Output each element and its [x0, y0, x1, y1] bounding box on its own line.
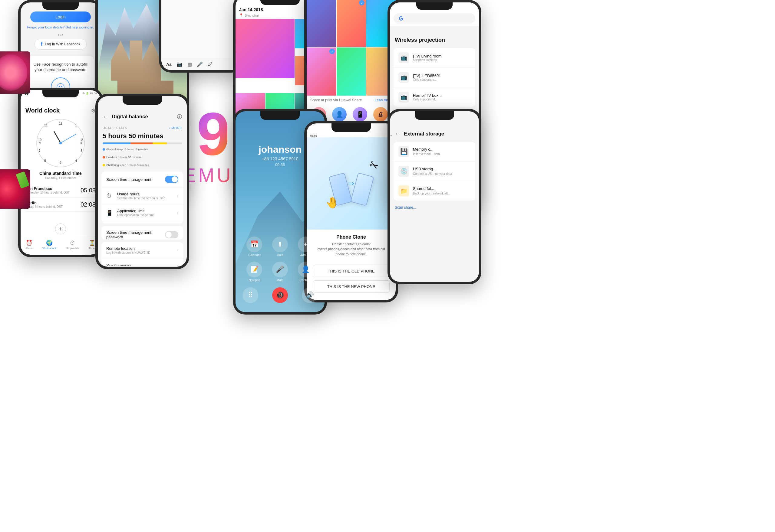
- screen-pinning-row[interactable]: Screen pinning ›: [101, 259, 183, 266]
- nav-world-clock[interactable]: 🌍 World clock: [42, 240, 56, 250]
- city-time-berlin: 02:08: [80, 201, 96, 208]
- camera-icon[interactable]: 📷: [176, 61, 182, 67]
- share-avatar-4: 🖨: [373, 107, 388, 122]
- scan-share-link[interactable]: Scan share...: [390, 202, 479, 213]
- memory-card-item[interactable]: 💾 Memory c... Insert a mem... data: [394, 142, 475, 162]
- share-grid-item[interactable]: [307, 0, 336, 47]
- usb-storage-content: USB storag... Connect a US... up your da…: [413, 167, 470, 176]
- add-city-button[interactable]: +: [55, 224, 66, 234]
- usage-legend: Glory of Kings 3 hours 15 minutes Headli…: [98, 147, 187, 170]
- notepad-icon: 📝: [247, 262, 262, 277]
- nav-alarm[interactable]: ⏰ Alarm: [25, 240, 33, 250]
- grid-icon[interactable]: ▦: [187, 61, 192, 67]
- share-avatar-3: 📱: [353, 107, 367, 122]
- usage-seg-headline: [130, 142, 152, 144]
- nav-stopwatch[interactable]: ⏱ Stopwatch: [66, 240, 79, 250]
- nav-timer[interactable]: ⏳ Timer: [89, 240, 96, 250]
- screen-time-content: Screen time management: [106, 177, 161, 182]
- wireless-device-1[interactable]: 📺 [TV] Living room Supports Desktop: [394, 48, 475, 68]
- add-call-icon: +: [298, 237, 314, 252]
- calendar-button[interactable]: 📅 Calendar: [247, 237, 262, 257]
- clone-illustration: ✂ 🤚 ⇒: [307, 137, 396, 230]
- info-icon[interactable]: ⓘ: [177, 114, 182, 120]
- editor-bottom-bar: Aa 📷 ▦ 🎤 🖊: [161, 58, 241, 70]
- share-header-row: Share or print via Huawei Share Lean mor…: [307, 96, 396, 105]
- timer-icon: ⏳: [89, 240, 95, 246]
- shared-folder-content: Shared fol... Back up you... network att…: [413, 186, 470, 196]
- illustration-container: ✂ 🤚 ⇒: [321, 156, 381, 211]
- phone-digital-balance: ← Digital balance ⓘ Usage stats More › 5…: [95, 94, 189, 269]
- location-pin-icon: 📍: [239, 13, 244, 17]
- storage-title: External storage: [404, 131, 444, 137]
- emui-text: EMUI: [183, 164, 241, 187]
- bedtime-row[interactable]: 🌙 Bedtime During sleep time,the screen t…: [101, 221, 183, 224]
- keypad-button[interactable]: ⠿: [243, 287, 258, 303]
- end-call-icon: 📵: [272, 287, 288, 303]
- svg-point-0: [59, 86, 60, 87]
- city-info-sf: San Francisco Yesterday, 15 hours behind…: [25, 186, 70, 194]
- usb-storage-item[interactable]: 💿 USB storag... Connect a US... up your …: [394, 162, 475, 181]
- scissors-illustration: ✂: [367, 158, 381, 173]
- more-arrow: ›: [169, 126, 170, 130]
- hold-button[interactable]: ⏸ Hold: [272, 237, 288, 257]
- speaker-button[interactable]: 🔊: [302, 287, 318, 303]
- login-button[interactable]: Login: [30, 11, 91, 22]
- usage-hours-row[interactable]: ⏱ Usage hours Set the total time the scr…: [101, 188, 183, 204]
- back-button[interactable]: ←: [103, 114, 108, 120]
- share-grid-item-checked[interactable]: [307, 47, 336, 96]
- editor-canvas: [161, 0, 241, 58]
- phone-text-editor: ✏️ ◇ ↩ ↪ ✕ Aa 📷 ▦ 🎤 🖊: [159, 0, 244, 73]
- device-3-content: Hornor TV box... Only supports M...: [413, 93, 470, 101]
- settings-title: Digital balance: [112, 114, 173, 120]
- usage-stats-label: Usage stats More ›: [98, 124, 187, 131]
- usage-seg-chattering: [152, 142, 167, 144]
- storage-items-card: 💾 Memory c... Insert a mem... data 💿 USB…: [394, 142, 475, 201]
- share-gallery-grid: [307, 0, 396, 96]
- usage-hours-icon: ⏱: [106, 193, 113, 199]
- font-size-icon[interactable]: Aa: [166, 62, 172, 67]
- wireless-device-2[interactable]: 📺 [TV]_LED85691 Only supports p...: [394, 68, 475, 87]
- mute-button[interactable]: 🎤 Mute: [272, 262, 288, 282]
- legend-chattering: Chattering video 1 hours 5 minutes: [103, 164, 149, 167]
- battery-icon: ⋯: [389, 134, 392, 137]
- hold-icon: ⏸: [272, 237, 288, 252]
- contacts-button[interactable]: 👤 Contacts: [298, 262, 314, 282]
- app-limit-row[interactable]: 📱 Application limit Limit application us…: [101, 204, 183, 221]
- more-link[interactable]: More: [171, 126, 182, 130]
- facebook-icon: f: [41, 41, 42, 47]
- tv-icon-1: 📺: [398, 52, 409, 63]
- add-call-button[interactable]: + Add call: [298, 237, 314, 257]
- clock-time: 08:08: [90, 92, 97, 95]
- settings-icon[interactable]: ⚙: [91, 107, 96, 114]
- screen-time-card: Screen time management ⏱ Usage hours Set…: [101, 171, 183, 224]
- city-row-san-francisco: San Francisco Yesterday, 15 hours behind…: [25, 183, 96, 197]
- shared-folder-item[interactable]: 📁 Shared fol... Back up you... network a…: [394, 181, 475, 201]
- usage-hours-content: Usage hours Set the total time the scree…: [117, 192, 173, 200]
- notepad-button[interactable]: 📝 Notepad: [247, 262, 262, 282]
- screen-pinning-content: Screen pinning: [106, 263, 173, 266]
- share-grid-item[interactable]: [337, 47, 366, 96]
- hour-hand: [53, 131, 61, 143]
- analog-clock: 12 3 6 9 1 11 2 4 8 10 5 7: [36, 119, 85, 167]
- remote-location-row[interactable]: Remote location Log in with student's HU…: [101, 242, 183, 259]
- face-recog-title: Use Face recognition to autofill your us…: [33, 62, 88, 73]
- google-search-bar[interactable]: [394, 13, 475, 24]
- notch: [260, 0, 300, 5]
- wireless-device-3[interactable]: 📺 Hornor TV box... Only supports M...: [394, 87, 475, 107]
- caller-name: johanson: [259, 144, 302, 155]
- notch: [415, 111, 454, 120]
- share-grid-item-checked[interactable]: [337, 0, 366, 47]
- end-call-button[interactable]: 📵: [272, 287, 288, 303]
- call-action-buttons: 📅 Calendar ⏸ Hold + Add call 📝 Notepad: [236, 237, 325, 282]
- speaker-icon: 🔊: [302, 287, 318, 303]
- legend-dot-headline: [103, 156, 105, 158]
- screen-time-toggle[interactable]: [165, 176, 178, 183]
- password-row: Screen time management password: [101, 226, 183, 240]
- mic-icon[interactable]: 🎤: [197, 61, 203, 67]
- brush-icon[interactable]: 🖊: [208, 62, 213, 67]
- password-toggle[interactable]: [165, 231, 178, 238]
- status-icons: ⊙ 🔋 08:08: [82, 92, 97, 95]
- gallery-item-large[interactable]: [236, 19, 295, 78]
- facebook-login-button[interactable]: f Log In With Facebook: [34, 39, 87, 50]
- date-label: Saturday, 1 September: [21, 176, 100, 180]
